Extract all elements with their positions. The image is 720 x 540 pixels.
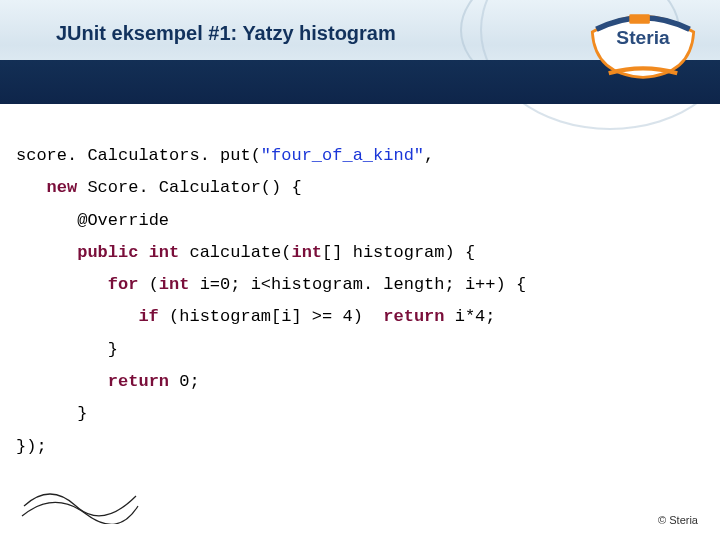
- code-keyword: return: [108, 372, 169, 391]
- svg-rect-0: [629, 14, 650, 24]
- logo-text: Steria: [616, 27, 670, 48]
- code-line: });: [16, 431, 704, 463]
- code-keyword: for: [108, 275, 139, 294]
- code-number: 0: [179, 372, 189, 391]
- page-title: JUnit eksempel #1: Yatzy histogram: [56, 22, 396, 45]
- code-line: }: [16, 334, 704, 366]
- slide: JUnit eksempel #1: Yatzy histogram Steri…: [0, 0, 720, 540]
- code-block: score. Calculators. put("four_of_a_kind"…: [16, 140, 704, 463]
- code-line: new Score. Calculator() {: [16, 172, 704, 204]
- footer-scribble-icon: [20, 476, 140, 524]
- code-line: for (int i=0; i<histogram. length; i++) …: [16, 269, 704, 301]
- code-line: score. Calculators. put("four_of_a_kind"…: [16, 140, 704, 172]
- code-keyword: if: [138, 307, 158, 326]
- code-number: 4: [475, 307, 485, 326]
- code-keyword: return: [383, 307, 444, 326]
- code-keyword: int: [291, 243, 322, 262]
- code-keyword: public int: [77, 243, 179, 262]
- code-keyword: new: [47, 178, 78, 197]
- code-line: public int calculate(int[] histogram) {: [16, 237, 704, 269]
- code-line: if (histogram[i] >= 4) return i*4;: [16, 301, 704, 333]
- code-number: 4: [342, 307, 352, 326]
- code-keyword: int: [159, 275, 190, 294]
- code-string: "four_of_a_kind": [261, 146, 424, 165]
- steria-logo: Steria: [588, 6, 698, 80]
- code-number: 0: [220, 275, 230, 294]
- code-line: return 0;: [16, 366, 704, 398]
- code-line: }: [16, 398, 704, 430]
- code-line: @Override: [16, 205, 704, 237]
- copyright-text: © Steria: [658, 514, 698, 526]
